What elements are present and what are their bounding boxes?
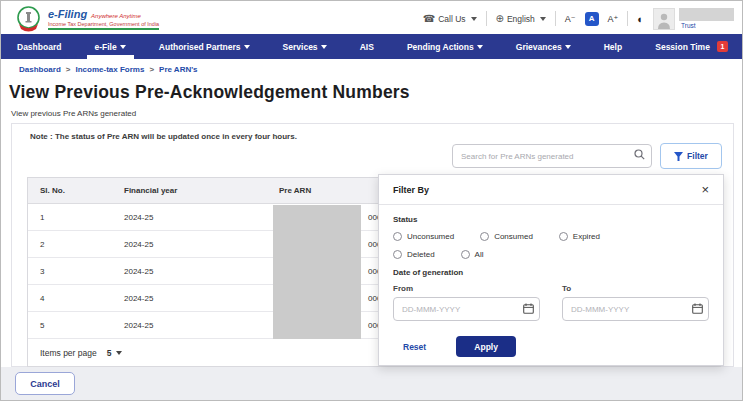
breadcrumb-pre-arns: Pre ARN's	[159, 65, 198, 74]
brand-text: e-Filing Anywhere Anytime Income Tax Dep…	[48, 8, 159, 30]
filter-button-label: Filter	[687, 151, 708, 161]
chevron-down-icon	[477, 45, 483, 49]
date-from-input[interactable]	[393, 297, 540, 321]
cell-sl-no: 4	[28, 294, 116, 303]
filter-panel-body: Status Unconsumed Consumed Expired	[379, 205, 723, 357]
screen: e-Filing Anywhere Anytime Income Tax Dep…	[0, 0, 743, 401]
cell-sl-no: 5	[28, 321, 116, 330]
filter-button[interactable]: Filter	[660, 143, 722, 169]
radio-deleted[interactable]: Deleted	[393, 250, 435, 259]
to-label: To	[562, 284, 709, 293]
chevron-down-icon	[321, 45, 327, 49]
radio-icon	[461, 250, 470, 259]
top-header: e-Filing Anywhere Anytime Income Tax Dep…	[1, 1, 743, 34]
session-time-label: Session Time	[655, 42, 710, 52]
search-input[interactable]	[452, 144, 652, 168]
font-normal-button[interactable]: A	[585, 12, 599, 26]
nav-session-time: Session Time 1	[655, 34, 728, 59]
date-to-input[interactable]	[562, 297, 709, 321]
nav-services[interactable]: Services	[283, 34, 327, 59]
globe-icon: ⊕	[496, 13, 504, 24]
brand-subtitle: Income Tax Department, Government of Ind…	[48, 21, 159, 27]
nav-authorised-partners[interactable]: Authorised Partners	[159, 34, 250, 59]
filter-panel-header: Filter By ×	[379, 175, 723, 205]
brand-logo[interactable]: e-Filing Anywhere Anytime Income Tax Dep…	[15, 5, 159, 32]
avatar	[653, 8, 675, 30]
font-decrease-button[interactable]: A⁻	[565, 14, 576, 24]
funnel-icon	[674, 152, 683, 161]
close-icon[interactable]: ×	[701, 183, 709, 196]
radio-icon	[480, 232, 489, 241]
col-sl-no: Sl. No.	[28, 186, 116, 195]
nav-label: Authorised Partners	[159, 42, 241, 52]
nav-label: Services	[283, 42, 318, 52]
items-per-page-label: Items per page	[40, 348, 97, 358]
top-actions: ☎ Call Us ⊕ English A⁻ A A⁺ ◐	[423, 8, 734, 30]
cancel-button[interactable]: Cancel	[15, 372, 75, 395]
nav-label: Dashboard	[17, 42, 61, 52]
divider	[555, 11, 556, 26]
filter-actions: Reset Apply	[393, 336, 709, 357]
nav-dashboard[interactable]: Dashboard	[17, 34, 61, 59]
radio-label: Deleted	[407, 250, 435, 259]
call-us-label: Call Us	[438, 14, 465, 24]
apply-button[interactable]: Apply	[456, 336, 516, 357]
language-label: English	[507, 14, 535, 24]
nav-label: Pending Actions	[407, 42, 474, 52]
nav-ais[interactable]: AIS	[360, 34, 374, 59]
pre-arn-redaction-overlay	[273, 205, 361, 339]
nav-grievances[interactable]: Grievances	[516, 34, 571, 59]
nav-help[interactable]: Help	[604, 34, 622, 59]
chevron-down-icon	[120, 45, 126, 49]
date-of-generation-label: Date of generation	[393, 268, 709, 277]
nav-label: Grievances	[516, 42, 562, 52]
breadcrumb-separator: >	[149, 65, 154, 74]
radio-unconsumed[interactable]: Unconsumed	[393, 232, 454, 241]
radio-all[interactable]: All	[461, 250, 484, 259]
nav-efile[interactable]: e-File	[95, 34, 126, 59]
cell-financial-year: 2024-25	[116, 294, 271, 303]
radio-label: Unconsumed	[407, 232, 454, 241]
items-per-page-select[interactable]: 5	[107, 348, 123, 358]
cell-financial-year: 2024-25	[116, 321, 271, 330]
breadcrumb-dashboard[interactable]: Dashboard	[19, 65, 61, 74]
breadcrumb-separator: >	[66, 65, 71, 74]
filter-panel-title: Filter By	[393, 185, 429, 195]
govt-emblem-icon	[15, 5, 42, 32]
cell-sl-no: 2	[28, 240, 116, 249]
date-range-row: From To	[393, 284, 709, 321]
call-us-menu[interactable]: ☎ Call Us	[423, 13, 477, 24]
radio-label: Consumed	[494, 232, 533, 241]
font-increase-button[interactable]: A⁺	[608, 14, 619, 24]
calendar-icon[interactable]	[523, 303, 534, 314]
reset-button[interactable]: Reset	[403, 342, 426, 352]
cell-financial-year: 2024-25	[116, 267, 271, 276]
phone-icon: ☎	[423, 13, 435, 24]
search-icon	[634, 149, 645, 160]
cell-sl-no: 1	[28, 213, 116, 222]
user-profile[interactable]: Trust	[653, 8, 734, 30]
radio-expired[interactable]: Expired	[559, 232, 600, 241]
breadcrumb-income-tax-forms[interactable]: Income-tax Forms	[75, 65, 144, 74]
person-icon	[655, 11, 673, 29]
brand-name: e-Filing	[48, 8, 87, 20]
contrast-toggle-icon[interactable]: ◐	[637, 13, 644, 25]
status-label: Status	[393, 215, 709, 224]
radio-icon	[559, 232, 568, 241]
divider	[627, 11, 628, 26]
cell-financial-year: 2024-25	[116, 240, 271, 249]
radio-icon	[393, 232, 402, 241]
items-per-page-value: 5	[107, 348, 112, 358]
date-from-col: From	[393, 284, 540, 321]
session-time-badge: 1	[717, 41, 728, 52]
from-label: From	[393, 284, 540, 293]
search-wrap	[452, 144, 652, 168]
radio-label: Expired	[573, 232, 600, 241]
nav-pending-actions[interactable]: Pending Actions	[407, 34, 483, 59]
nav-label: AIS	[360, 42, 374, 52]
page-title: View Previous Pre-Acknowledgement Number…	[9, 82, 410, 103]
calendar-icon[interactable]	[692, 303, 703, 314]
nav-label: e-File	[95, 42, 117, 52]
radio-consumed[interactable]: Consumed	[480, 232, 533, 241]
language-menu[interactable]: ⊕ English	[496, 13, 546, 24]
